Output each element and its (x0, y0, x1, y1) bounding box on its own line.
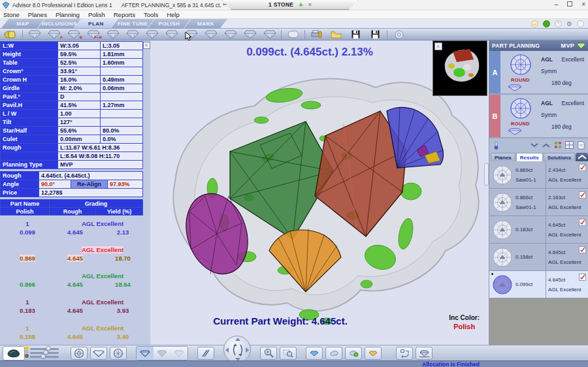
save-as-button[interactable] (366, 29, 385, 40)
part-row[interactable]: AGL Excellent 0.869 4.645 18.70 (0, 246, 150, 272)
result-check-icon[interactable] (579, 191, 586, 199)
result-check-icon[interactable] (579, 164, 586, 171)
main-tab[interactable]: INCLUSIONS (38, 19, 81, 28)
diamond-view-button[interactable] (201, 29, 220, 40)
stone-presentation-button[interactable] (3, 346, 25, 360)
profile-view-button[interactable] (90, 347, 107, 360)
view-preset-gem-button[interactable] (365, 347, 382, 360)
side-profile-icon (507, 127, 523, 135)
rough-stone-button[interactable] (1, 29, 20, 40)
view-preset-top-button[interactable] (306, 347, 323, 360)
result-row[interactable]: 0.866ct Saw01-1 2.163ct AGL Excellent (489, 189, 588, 216)
report-note-icon[interactable] (576, 140, 586, 150)
result-row[interactable]: 0.183ct 4.645ct AGL Excellent (489, 216, 588, 244)
diamond-view-button[interactable] (103, 29, 122, 40)
diamond-view-button[interactable]: A (44, 29, 63, 40)
result-check-icon[interactable] (579, 274, 586, 281)
zoom-window-button[interactable] (280, 347, 297, 360)
part-card[interactable]: B ROUND AGL Excellen (489, 95, 588, 138)
main-tab[interactable]: MARK (184, 19, 227, 28)
view-preset-cloud-button[interactable] (325, 347, 342, 360)
compare-grid-icon[interactable] (564, 140, 574, 150)
result-row[interactable]: 0.158ct 4.645ct AGL Excellent (489, 244, 588, 271)
export-stone-button[interactable] (284, 29, 302, 40)
chevron-up-icon[interactable] (541, 140, 551, 150)
sort-grid-icon[interactable] (553, 140, 563, 150)
part-card[interactable]: A ROUND AGL Excellen (489, 51, 588, 95)
part-row[interactable]: 1 AGL Excellent 0.183 4.645 3.93 (0, 298, 150, 324)
facet-map-button[interactable] (110, 347, 127, 360)
rotate-up-arrow[interactable] (235, 338, 240, 341)
chevron-down-icon[interactable] (529, 140, 539, 150)
stone-thumbnail[interactable]: ⇱ (433, 40, 487, 96)
shaded-mode-button[interactable] (154, 347, 171, 360)
rotate-view-icon[interactable] (577, 20, 584, 27)
menu-item[interactable]: Stone (3, 11, 20, 18)
menu-item[interactable]: Planning (56, 11, 80, 18)
price-value: 12,278$ (39, 188, 143, 197)
open-folder-button[interactable] (327, 29, 346, 40)
transparent-mode-button[interactable] (171, 347, 188, 360)
settings-circle-button[interactable] (389, 29, 408, 40)
slider-3[interactable] (30, 356, 59, 358)
diamond-view-button[interactable]: A+B (84, 29, 103, 40)
main-tab[interactable]: PLAN (74, 19, 118, 28)
result-check-icon[interactable] (579, 246, 586, 253)
thumbnail-expand-icon[interactable]: ⇱ (434, 42, 442, 50)
recut-cycle-button[interactable] (396, 347, 413, 360)
close-stone-icon[interactable]: × (308, 1, 312, 8)
results-tab[interactable]: Planes (491, 153, 515, 161)
stone-tab[interactable]: 1 STONE + × (222, 0, 358, 10)
zoom-in-button[interactable] (260, 347, 277, 360)
gear-icon[interactable]: ⚙ (566, 20, 572, 27)
diamond-view-button[interactable] (142, 29, 161, 40)
minimize-button[interactable]: – (555, 1, 559, 8)
results-tab[interactable]: Solutions (544, 153, 575, 161)
menu-item[interactable]: Planes (28, 11, 47, 18)
view-preset-incl-button[interactable] (345, 347, 362, 360)
diamond-view-button[interactable] (182, 29, 201, 40)
collapse-panel-button[interactable] (576, 153, 588, 161)
side-view-button[interactable] (416, 347, 433, 360)
result-check-icon[interactable] (579, 219, 586, 226)
menu-item[interactable]: Polish (88, 11, 105, 18)
add-stone-icon[interactable]: + (299, 2, 302, 7)
brightness-sliders[interactable] (30, 348, 59, 358)
wireframe-mode-button[interactable] (137, 347, 154, 360)
result-row[interactable]: 0.869ct Saw01-1 2.434ct AGL Excellent (489, 161, 588, 189)
rotate-left-arrow[interactable] (225, 347, 229, 353)
realign-button[interactable]: Re-Align (71, 180, 108, 189)
diamond-view-button[interactable] (123, 29, 142, 40)
diamond-view-button[interactable] (260, 29, 279, 40)
menu-item[interactable]: Reports (114, 11, 135, 18)
close-button[interactable]: × (581, 1, 585, 8)
table-expand-icon[interactable]: ⇱ (143, 42, 150, 49)
hatch-toggle-button[interactable] (197, 347, 214, 360)
swap-view-icon[interactable]: ↔ (531, 20, 538, 27)
menu-item[interactable]: Help (167, 11, 180, 18)
results-tab[interactable]: Results (516, 153, 543, 161)
diamond-view-button[interactable]: B (64, 29, 83, 40)
result-row[interactable]: 0.099ct 4.645ct AGL Excellent (489, 271, 588, 298)
stone-3d-canvas[interactable]: 0.099ct. (4.645ct.) 2.13% Current Part W… (150, 40, 489, 345)
maximize-button[interactable] (567, 1, 572, 8)
diamond-view-button[interactable] (240, 29, 259, 40)
part-row[interactable]: 1 AGL Excellent 0.099 4.645 2.13 (0, 219, 150, 246)
angle-indicator-icon[interactable]: ° (555, 20, 562, 27)
measurement-row: Planning Type MVP (1, 161, 143, 169)
part-row[interactable]: AGL Excellent 0.866 4.645 18.64 (0, 272, 150, 298)
polish-view-button[interactable] (71, 347, 88, 360)
menu-item[interactable]: Tools (144, 11, 158, 18)
main-tab[interactable]: FINE TUNE (111, 19, 154, 28)
rotate-control[interactable] (223, 336, 251, 363)
save-button[interactable] (346, 29, 365, 40)
print-button[interactable] (307, 29, 326, 40)
rotate-right-arrow[interactable] (246, 347, 249, 353)
main-tab[interactable]: POLISH (148, 19, 191, 28)
temperature-icon[interactable] (491, 140, 501, 150)
diamond-view-button[interactable] (162, 29, 181, 40)
main-tab[interactable]: MAP (1, 19, 44, 28)
diamond-view-button[interactable] (221, 29, 240, 40)
diamond-view-button[interactable] (25, 29, 44, 40)
canvas-scrollbar[interactable] (484, 163, 489, 185)
